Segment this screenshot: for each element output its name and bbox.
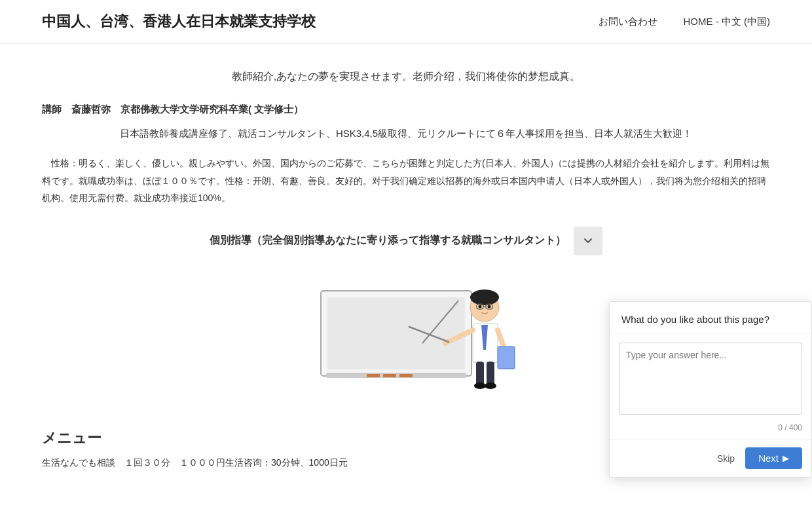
nav-home-chinese[interactable]: HOME - 中文 (中国) [684, 16, 771, 28]
next-button[interactable]: Next ▶ [745, 447, 802, 469]
next-arrow-icon: ▶ [783, 453, 789, 463]
chevron-down-icon [581, 234, 595, 248]
instructor-line: 講師 斎藤哲弥 京都佛教大学文学研究科卒業( 文学修士） [42, 103, 770, 116]
feedback-footer: Skip Next ▶ [610, 440, 811, 477]
feedback-count: 0 / 400 [610, 421, 811, 440]
skip-button[interactable]: Skip [717, 453, 735, 464]
svg-rect-5 [399, 374, 413, 377]
feedback-textarea[interactable] [619, 343, 802, 415]
svg-point-9 [479, 305, 482, 308]
qualifications-text: 日本語教師養成講座修了、就活コンサルタント、HSK3,4,5級取得、元リクルート… [42, 128, 770, 140]
main-nav: お問い合わせ HOME - 中文 (中国) [599, 16, 771, 28]
section-heading: 個別指導（完全個別指導あなたに寄り添って指導する就職コンサルタント） [210, 234, 566, 248]
dropdown-button[interactable] [574, 227, 602, 255]
feedback-question: What do you like about this page? [610, 302, 811, 333]
site-header: 中国人、台湾、香港人在日本就業支持学校 お問い合わせ HOME - 中文 (中国… [0, 0, 812, 44]
nav-contact[interactable]: お問い合わせ [599, 16, 657, 28]
feedback-widget: What do you like about this page? 0 / 40… [609, 301, 812, 477]
svg-line-18 [498, 330, 504, 348]
svg-point-23 [485, 383, 496, 389]
svg-rect-4 [383, 374, 396, 377]
feedback-textarea-wrap [610, 333, 811, 421]
description-text: 性格：明るく、楽しく、優しい。親しみやすい。外国、国内からのご応募で、こちらが困… [42, 155, 770, 207]
svg-point-10 [488, 305, 491, 308]
svg-point-8 [470, 290, 499, 305]
svg-rect-19 [498, 346, 515, 369]
site-title: 中国人、台湾、香港人在日本就業支持学校 [42, 12, 316, 31]
intro-heading: 教師紹介,あなたの夢を実現させます。老师介绍，我们将使你的梦想成真。 [42, 70, 770, 84]
svg-rect-3 [367, 374, 380, 377]
next-label: Next [758, 453, 779, 464]
svg-rect-1 [327, 297, 465, 369]
svg-point-22 [474, 383, 486, 389]
teacher-illustration [282, 271, 530, 402]
section-heading-row: 個別指導（完全個別指導あなたに寄り添って指導する就職コンサルタント） [42, 227, 770, 255]
